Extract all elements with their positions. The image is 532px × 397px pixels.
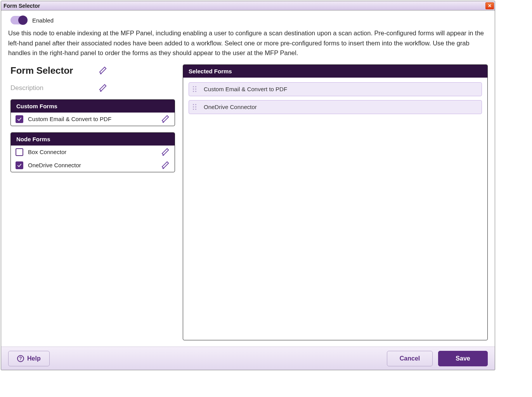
list-item-label: Box Connector xyxy=(28,149,157,155)
node-forms-panel: Node Forms Box ConnectorOneDrive Connect… xyxy=(10,132,175,172)
selected-form-label: Custom Email & Convert to PDF xyxy=(204,86,287,92)
pencil-icon[interactable] xyxy=(161,161,170,170)
node-description-text: Use this node to enable indexing at the … xyxy=(8,28,488,62)
panel-header: Custom Forms xyxy=(11,100,175,113)
checkbox[interactable] xyxy=(16,161,23,169)
selected-form-label: OneDrive Connector xyxy=(204,104,257,110)
list-item-label: Custom Email & Convert to PDF xyxy=(28,116,157,122)
checkbox[interactable] xyxy=(16,148,23,156)
list-item: Box Connector xyxy=(11,146,175,159)
panel-header: Selected Forms xyxy=(183,65,487,78)
enabled-toggle[interactable] xyxy=(10,16,28,24)
name-field[interactable]: Form Selector xyxy=(10,65,92,76)
window-title: Form Selector xyxy=(3,3,40,9)
pencil-icon[interactable] xyxy=(161,148,170,156)
list-item: Custom Email & Convert to PDF xyxy=(11,113,175,126)
help-icon: ? xyxy=(17,355,24,362)
selected-form-item[interactable]: Custom Email & Convert to PDF xyxy=(189,82,482,96)
panel-header: Node Forms xyxy=(11,133,175,146)
selected-forms-panel: Selected Forms Custom Email & Convert to… xyxy=(183,64,488,340)
description-field[interactable]: Description xyxy=(10,84,92,92)
drag-handle-icon[interactable] xyxy=(193,104,198,111)
cancel-button-label: Cancel xyxy=(400,355,420,362)
pencil-icon[interactable] xyxy=(99,84,107,92)
dialog-footer: ? Help Cancel Save xyxy=(1,347,495,370)
pencil-icon[interactable] xyxy=(161,115,170,123)
save-button-label: Save xyxy=(456,355,470,362)
selected-form-item[interactable]: OneDrive Connector xyxy=(189,100,482,114)
help-button-label: Help xyxy=(27,355,41,362)
close-icon[interactable]: ✕ xyxy=(485,2,494,9)
custom-forms-panel: Custom Forms Custom Email & Convert to P… xyxy=(10,99,175,126)
titlebar: Form Selector ✕ xyxy=(1,1,495,10)
list-item: OneDrive Connector xyxy=(11,159,175,172)
enabled-label: Enabled xyxy=(32,17,54,24)
form-selector-dialog: Form Selector ✕ Enabled Use this node to… xyxy=(1,1,495,370)
help-button[interactable]: ? Help xyxy=(8,351,50,366)
pencil-icon[interactable] xyxy=(99,66,107,75)
cancel-button[interactable]: Cancel xyxy=(387,351,433,366)
checkbox[interactable] xyxy=(16,115,23,123)
drag-handle-icon[interactable] xyxy=(193,86,198,93)
list-item-label: OneDrive Connector xyxy=(28,162,157,168)
save-button[interactable]: Save xyxy=(438,351,488,366)
